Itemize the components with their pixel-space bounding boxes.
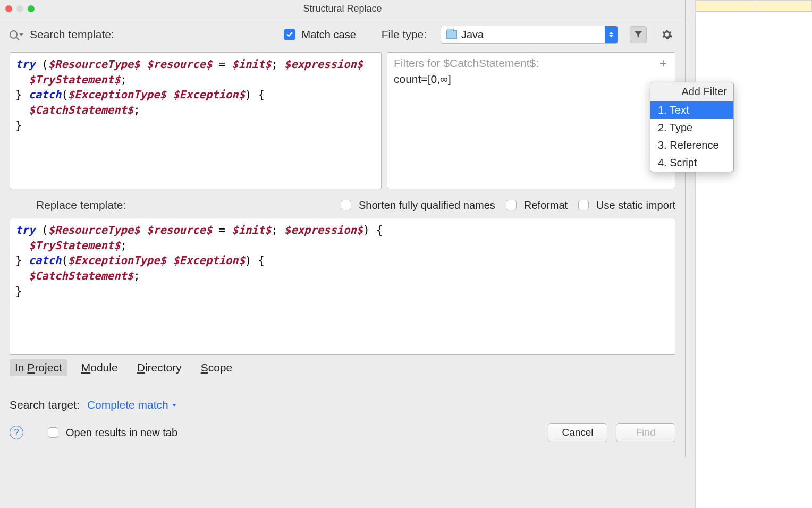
add-filter-button[interactable]: + — [657, 57, 670, 70]
scope-in-project[interactable]: In Project — [10, 359, 67, 376]
add-filter-option[interactable]: 4. Script — [650, 154, 733, 172]
match-case-label: Match case — [302, 29, 356, 41]
add-filter-option[interactable]: 2. Type — [650, 119, 733, 137]
replace-template-label: Replace template: — [36, 199, 126, 211]
window-title: Structural Replace — [0, 3, 685, 14]
structural-replace-dialog: Structural Replace Search template: Matc… — [0, 0, 686, 457]
editor-tab[interactable] — [754, 0, 812, 12]
scope-directory[interactable]: Directory — [132, 359, 187, 376]
editor-gutter — [695, 0, 812, 508]
scope-module[interactable]: Module — [76, 359, 123, 376]
filter-button[interactable] — [630, 26, 647, 43]
open-new-tab-checkbox[interactable] — [48, 427, 58, 438]
check-icon — [286, 31, 293, 38]
static-import-checkbox[interactable] — [578, 200, 589, 210]
add-filter-option[interactable]: 3. Reference — [650, 137, 733, 154]
search-icon — [10, 30, 18, 39]
add-filter-popup: Add Filter 1. Text2. Type3. Reference4. … — [650, 82, 734, 172]
settings-button[interactable] — [658, 26, 675, 43]
help-button[interactable]: ? — [10, 426, 23, 439]
scope-scope[interactable]: Scope — [196, 359, 238, 376]
reformat-checkbox[interactable] — [506, 200, 517, 210]
file-type-select[interactable]: Java — [441, 26, 618, 44]
search-target-label: Search target: — [10, 399, 80, 411]
scope-bar: In ProjectModuleDirectoryScope — [10, 359, 675, 376]
reformat-label: Reformat — [524, 199, 568, 211]
chevron-down-icon — [172, 404, 176, 407]
search-template-editor[interactable]: try ($ResourceType$ $resource$ = $init$;… — [10, 52, 382, 189]
open-new-tab-label: Open results in new tab — [66, 427, 177, 439]
file-type-value: Java — [461, 29, 605, 41]
java-file-icon — [446, 30, 457, 39]
history-dropdown[interactable] — [10, 28, 23, 41]
match-case-checkbox[interactable] — [284, 29, 295, 40]
chevron-down-icon — [19, 33, 23, 36]
shorten-fqn-label: Shorten fully qualified names — [359, 199, 495, 211]
filter-header: Filters for $CatchStatement$: — [394, 57, 669, 70]
add-filter-title: Add Filter — [650, 82, 733, 101]
select-arrows-icon — [605, 26, 618, 43]
filter-panel: Filters for $CatchStatement$: + count=[0… — [387, 52, 675, 189]
search-target-dropdown[interactable]: Complete match — [87, 399, 176, 411]
shorten-fqn-checkbox[interactable] — [341, 200, 351, 210]
titlebar: Structural Replace — [0, 0, 685, 18]
funnel-icon — [633, 30, 643, 39]
file-type-label: File type: — [382, 28, 427, 41]
search-template-label: Search template: — [30, 28, 114, 41]
search-toolbar: Search template: Match case File type: J… — [10, 26, 675, 44]
filter-count[interactable]: count=[0,∞] — [394, 73, 669, 86]
replace-template-editor[interactable]: try ($ResourceType$ $resource$ = $init$;… — [10, 218, 675, 355]
find-button[interactable]: Find — [616, 423, 675, 442]
static-import-label: Use static import — [596, 199, 675, 211]
editor-tab[interactable] — [696, 0, 754, 12]
gear-icon — [661, 29, 673, 40]
cancel-button[interactable]: Cancel — [548, 423, 607, 442]
add-filter-option[interactable]: 1. Text — [650, 101, 733, 119]
